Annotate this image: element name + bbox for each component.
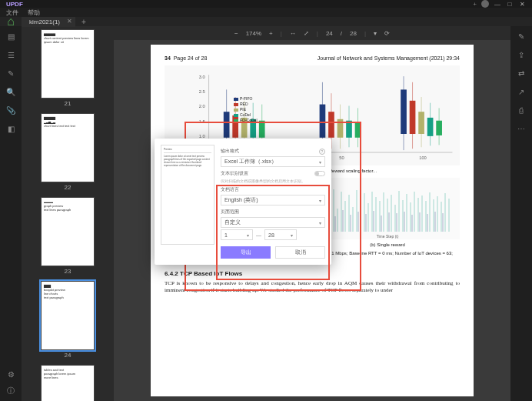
- attachments-icon[interactable]: 📎: [5, 105, 16, 115]
- svg-text:3.0: 3.0: [199, 75, 205, 79]
- app-logo: UPDF: [6, 1, 23, 8]
- notification-icon[interactable]: +: [473, 1, 477, 8]
- zoom-out-icon[interactable]: −: [234, 30, 238, 37]
- output-format-label: 输出格式: [221, 148, 239, 155]
- print-icon[interactable]: ⎙: [516, 105, 527, 115]
- share-icon[interactable]: ↗: [516, 86, 527, 97]
- text-recog-label: 文本识别设置: [221, 170, 248, 177]
- rotate-icon[interactable]: ⟳: [384, 30, 390, 37]
- page-from-input[interactable]: 1▾: [221, 229, 253, 240]
- bookmarks-icon[interactable]: ☰: [5, 49, 16, 60]
- svg-text:2.0: 2.0: [199, 104, 205, 109]
- thumbnails-icon[interactable]: ▤: [5, 31, 16, 42]
- chevron-down-icon: ▾: [319, 220, 321, 226]
- chart-legend: P-FIFO RED PIE CoDel FQ-CoDel: [234, 96, 258, 123]
- svg-text:100: 100: [419, 155, 427, 160]
- annotations-icon[interactable]: ✎: [5, 68, 16, 79]
- viewer-toolbar: − 174% + | ↔ ⤢ | 24 / 28 | ▾ ⟳: [114, 26, 510, 40]
- add-tab-button[interactable]: +: [75, 18, 92, 26]
- svg-text:Time Step (t): Time Step (t): [377, 234, 399, 239]
- convert-icon[interactable]: ⇄: [516, 68, 527, 79]
- body-paragraph: TCP is known to be responsive to delays …: [165, 280, 460, 294]
- layers-icon[interactable]: ◧: [5, 123, 16, 134]
- maximize-button[interactable]: □: [506, 1, 514, 7]
- cancel-button[interactable]: 取消: [275, 246, 325, 259]
- output-format-select[interactable]: Excel 工作簿（.xlsx）▾: [221, 156, 325, 167]
- single-reward-chart: Time Step (t) (b) Single reward: [315, 178, 460, 239]
- thumb-num: 23: [65, 268, 71, 275]
- view-mode-icon[interactable]: ▾: [374, 30, 377, 37]
- thumb-25[interactable]: tables and textparagraph lorem ipsummore…: [41, 365, 95, 401]
- thumb-22[interactable]: ▇▇▇▇▇▂▃▅▂▃chart lines text text text: [41, 113, 95, 182]
- page-total: 28: [350, 30, 357, 37]
- page-range-label: 页面范围: [221, 209, 239, 216]
- file-tab-label: kim2021(1): [29, 18, 60, 25]
- range-dash: —: [256, 232, 261, 238]
- fit-width-icon[interactable]: ↔: [290, 30, 296, 37]
- svg-text:2.5: 2.5: [199, 89, 205, 94]
- close-button[interactable]: ✕: [518, 1, 526, 7]
- page-number: 34: [165, 55, 171, 61]
- svg-text:50: 50: [339, 155, 344, 160]
- thumbnail-panel: ▆▆▆▆▆chart content preview lines lorem i…: [22, 26, 114, 401]
- thumb-num: 21: [65, 100, 71, 107]
- help-icon[interactable]: ?: [319, 149, 325, 155]
- edit-icon[interactable]: ✎: [516, 31, 527, 42]
- page-to-input[interactable]: 28▾: [264, 229, 297, 240]
- thumb-num: 24: [65, 352, 71, 359]
- page-sep: /: [341, 30, 342, 37]
- section-heading: 6.4.2 TCP Based IoT Flows: [165, 270, 460, 277]
- ocr-toggle[interactable]: [314, 171, 325, 176]
- menu-help[interactable]: 帮助: [28, 8, 40, 17]
- export-button[interactable]: 导出: [221, 246, 271, 259]
- export-dialog: Preview Lorem ipsum dolor sit amet text …: [155, 139, 331, 265]
- zoom-level[interactable]: 174%: [246, 30, 261, 37]
- avatar[interactable]: [481, 0, 489, 8]
- svg-text:1.5: 1.5: [199, 119, 205, 124]
- zoom-in-icon[interactable]: +: [269, 30, 273, 37]
- journal-name: Journal of Network and Systems Managemen…: [318, 55, 460, 61]
- more-icon[interactable]: ⋯: [516, 123, 527, 134]
- lang-select[interactable]: English (英语)▾: [221, 195, 325, 206]
- chevron-down-icon: ▾: [319, 198, 321, 203]
- search-icon[interactable]: 🔍: [5, 86, 16, 97]
- page-current[interactable]: 24: [326, 30, 333, 37]
- page-range-select[interactable]: 自定义▾: [221, 217, 325, 228]
- page-line: Page 24 of 28: [174, 55, 208, 61]
- dialog-preview: Preview Lorem ipsum dolor sit amet text …: [161, 145, 214, 245]
- thumb-24[interactable]: ▇▇▇boxplot previewline chartstext paragr…: [41, 281, 95, 350]
- svg-text:1.0: 1.0: [199, 134, 205, 139]
- export-icon[interactable]: ⇪: [516, 49, 527, 60]
- thumb-21[interactable]: ▆▆▆▆▆chart content preview lines lorem i…: [41, 29, 95, 99]
- ocr-note: 仅对扫描的文档或图像类型的文档启用文本识别。: [221, 179, 325, 183]
- chevron-down-icon: ▾: [319, 159, 321, 165]
- minimize-button[interactable]: —: [494, 1, 501, 7]
- lang-label: 文档语言: [221, 186, 239, 193]
- info-icon[interactable]: ⓘ: [5, 386, 16, 396]
- mini-b-caption: (b) Single reward: [315, 242, 460, 247]
- close-tab-icon[interactable]: ✕: [67, 18, 72, 25]
- thumb-num: 22: [65, 184, 71, 191]
- thumb-23[interactable]: ▬▬▬graph previewtext lines paragraph: [41, 197, 95, 266]
- file-tab[interactable]: kim2021(1) ✕: [22, 17, 75, 27]
- settings-icon[interactable]: ⚙: [5, 369, 16, 379]
- fit-page-icon[interactable]: ⤢: [304, 30, 309, 37]
